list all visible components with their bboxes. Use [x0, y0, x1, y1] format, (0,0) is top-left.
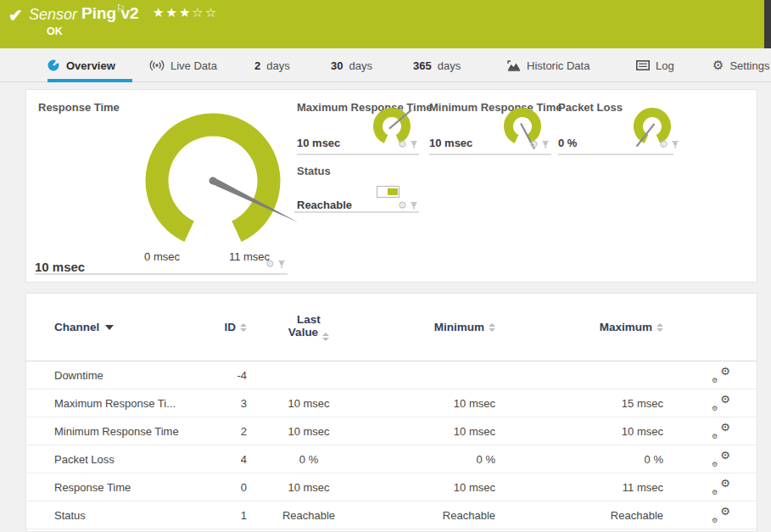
tab-log[interactable]: Log	[636, 48, 674, 82]
main-gauge-value: 10 msec	[35, 260, 85, 274]
channel-name[interactable]: Maximum Response Ti...	[54, 397, 198, 410]
channel-settings-icon[interactable]: ⚙ ⚙	[712, 395, 730, 411]
pin-icon[interactable]	[410, 139, 418, 149]
channel-minimum: Reachable	[371, 509, 495, 522]
mini-gauge-title: Packet Loss	[558, 101, 623, 114]
pin-icon[interactable]	[277, 259, 286, 269]
table-row: Maximum Response Ti... 3 10 msec 10 msec…	[26, 389, 757, 417]
channel-maximum: 15 msec	[495, 397, 663, 410]
channel-id: 2	[198, 425, 247, 438]
status-panel-icons: ⚙	[398, 200, 418, 210]
gear-icon[interactable]: ⚙	[398, 139, 407, 149]
mini-gauge-value: 0 %	[558, 137, 577, 149]
sort-arrows-icon	[322, 333, 329, 341]
flag-icon[interactable]: ⚐	[116, 3, 126, 14]
mini-panel-icons: ⚙	[659, 139, 679, 149]
table-body: Downtime -4 ⚙ ⚙ Maximum Response Ti... 3…	[26, 361, 757, 529]
gear-icon[interactable]: ⚙	[659, 139, 668, 149]
header-last-value[interactable]: Last Value	[247, 313, 371, 341]
gauge-scale-min: 0 msec	[137, 250, 187, 263]
active-tab-underline	[47, 79, 132, 82]
channel-last-value: 0 %	[247, 453, 371, 466]
table-row: Status 1 Reachable Reachable Reachable ⚙…	[26, 501, 757, 529]
table-row: Packet Loss 4 0 % 0 % 0 % ⚙ ⚙	[26, 445, 757, 473]
tab-settings[interactable]: ⚙ Settings	[712, 48, 769, 82]
header-maximum[interactable]: Maximum	[495, 321, 663, 333]
tab-log-label: Log	[656, 59, 674, 72]
mini-panel-icons: ⚙	[529, 139, 550, 149]
historic-chart-icon	[507, 60, 521, 71]
pin-icon[interactable]	[541, 139, 550, 149]
gear-icon[interactable]: ⚙	[398, 200, 407, 210]
channel-id: 4	[198, 453, 247, 466]
header-minimum[interactable]: Minimum	[371, 321, 495, 333]
channel-settings-icon[interactable]: ⚙ ⚙	[712, 423, 730, 439]
panel-divider	[558, 154, 673, 155]
object-kind-label: Sensor	[29, 6, 77, 24]
channel-maximum: 11 msec	[495, 481, 663, 494]
overview-card: Response Time 0 msec 11 msec 10 msec ⚙ M…	[25, 89, 757, 283]
tab-live-data-label: Live Data	[170, 59, 217, 72]
channel-id: 3	[198, 397, 247, 410]
panel-divider	[294, 211, 419, 213]
channel-name[interactable]: Minimum Response Time	[54, 425, 198, 438]
window-edge	[764, 0, 771, 48]
tab-30-days[interactable]: 30 days	[331, 48, 372, 82]
channel-maximum: Reachable	[495, 509, 663, 522]
sensor-status-text: OK	[47, 25, 63, 37]
status-panel-title: Status	[297, 165, 331, 177]
log-list-icon	[636, 60, 650, 70]
channel-settings-icon[interactable]: ⚙ ⚙	[712, 507, 730, 523]
channel-id: -4	[198, 369, 247, 382]
channel-settings-icon[interactable]: ⚙ ⚙	[712, 479, 730, 495]
gear-icon[interactable]: ⚙	[265, 259, 275, 269]
settings-gear-icon: ⚙	[712, 58, 724, 73]
channel-minimum: 10 msec	[371, 425, 495, 438]
response-time-gauge	[137, 104, 289, 257]
sort-arrows-icon	[489, 323, 495, 332]
tab-365-days[interactable]: 365 days	[413, 48, 461, 82]
tab-overview[interactable]: Overview	[47, 48, 115, 82]
header-id[interactable]: ID	[198, 321, 247, 333]
gear-icon[interactable]: ⚙	[529, 139, 539, 149]
channel-name[interactable]: Downtime	[54, 369, 198, 382]
header-channel[interactable]: Channel	[54, 321, 198, 333]
pin-icon[interactable]	[410, 200, 418, 210]
tab-settings-label: Settings	[729, 59, 769, 72]
live-signal-icon	[149, 59, 165, 71]
channel-settings-icon[interactable]: ⚙ ⚙	[712, 367, 730, 383]
tab-live-data[interactable]: Live Data	[149, 48, 217, 82]
status-toggle[interactable]	[377, 186, 399, 198]
mini-gauge-value: 10 msec	[429, 137, 472, 149]
channel-id: 1	[198, 509, 247, 522]
tab-30-days-unit: days	[349, 59, 372, 72]
sensor-status-banner: ✔ Sensor Ping v2 ⚐ ★★★☆☆ OK	[0, 0, 764, 48]
channel-minimum: 10 msec	[371, 397, 495, 410]
channel-last-value: Reachable	[247, 509, 371, 522]
sensor-name: Ping v2	[81, 4, 139, 23]
tab-historic-data[interactable]: Historic Data	[507, 48, 589, 82]
table-row: Response Time 0 10 msec 10 msec 11 msec …	[26, 473, 757, 501]
channel-last-value: 10 msec	[247, 425, 371, 438]
status-toggle-knob	[388, 188, 398, 195]
mini-gauge-value: 10 msec	[297, 137, 340, 149]
channel-name[interactable]: Response Time	[54, 481, 198, 494]
prtg-sensor-page: ✔ Sensor Ping v2 ⚐ ★★★☆☆ OK Overview Liv	[0, 0, 771, 532]
pin-icon[interactable]	[671, 139, 679, 149]
channel-id: 0	[198, 481, 247, 494]
sort-arrows-icon	[240, 323, 247, 332]
tab-30-days-number: 30	[331, 59, 343, 72]
channel-name[interactable]: Packet Loss	[54, 453, 198, 466]
priority-stars[interactable]: ★★★☆☆	[153, 5, 218, 20]
channel-maximum: 10 msec	[495, 425, 663, 438]
channel-minimum: 10 msec	[371, 481, 495, 494]
tab-2-days[interactable]: 2 days	[254, 48, 290, 82]
channel-name[interactable]: Status	[54, 509, 198, 522]
tab-365-days-unit: days	[438, 59, 461, 72]
tab-365-days-number: 365	[413, 59, 432, 72]
channel-maximum: 0 %	[495, 453, 663, 466]
channel-settings-icon[interactable]: ⚙ ⚙	[712, 451, 730, 467]
table-row: Minimum Response Time 2 10 msec 10 msec …	[26, 417, 757, 445]
mini-panel-icons: ⚙	[398, 139, 418, 149]
panel-divider	[297, 154, 419, 155]
